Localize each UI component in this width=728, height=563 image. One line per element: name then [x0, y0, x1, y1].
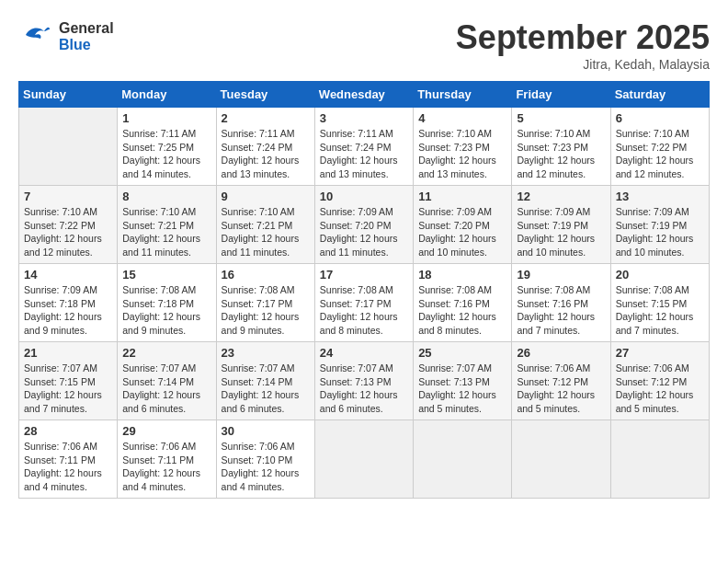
day-number: 18	[418, 268, 506, 282]
day-info: Sunrise: 7:10 AMSunset: 7:23 PMDaylight:…	[517, 127, 605, 181]
day-cell	[512, 420, 610, 499]
week-row-3: 14Sunrise: 7:09 AMSunset: 7:18 PMDayligh…	[19, 264, 710, 342]
day-number: 28	[24, 424, 112, 438]
column-header-saturday: Saturday	[610, 82, 709, 108]
day-cell: 16Sunrise: 7:08 AMSunset: 7:17 PMDayligh…	[216, 264, 314, 342]
day-info: Sunrise: 7:09 AMSunset: 7:18 PMDaylight:…	[24, 283, 112, 338]
day-info: Sunrise: 7:06 AMSunset: 7:10 PMDaylight:…	[222, 440, 310, 494]
day-number: 8	[122, 190, 210, 203]
day-cell: 25Sunrise: 7:07 AMSunset: 7:13 PMDayligh…	[414, 342, 512, 420]
day-cell: 12Sunrise: 7:09 AMSunset: 7:19 PMDayligh…	[512, 186, 610, 264]
day-number: 23	[222, 346, 310, 360]
day-cell: 20Sunrise: 7:08 AMSunset: 7:15 PMDayligh…	[610, 264, 709, 342]
day-number: 2	[222, 111, 310, 125]
column-header-sunday: Sunday	[19, 82, 118, 108]
day-number: 9	[222, 190, 310, 203]
day-cell: 4Sunrise: 7:10 AMSunset: 7:23 PMDaylight…	[414, 108, 512, 186]
day-number: 13	[616, 190, 704, 203]
day-number: 21	[24, 346, 112, 360]
day-info: Sunrise: 7:09 AMSunset: 7:19 PMDaylight:…	[616, 205, 704, 259]
day-info: Sunrise: 7:10 AMSunset: 7:21 PMDaylight:…	[222, 205, 310, 259]
day-number: 29	[122, 424, 210, 438]
day-info: Sunrise: 7:06 AMSunset: 7:12 PMDaylight:…	[517, 362, 605, 416]
day-number: 20	[616, 268, 704, 282]
title-block: September 2025 Jitra, Kedah, Malaysia	[456, 18, 710, 72]
calendar-body: 1Sunrise: 7:11 AMSunset: 7:25 PMDaylight…	[19, 108, 710, 499]
day-info: Sunrise: 7:08 AMSunset: 7:16 PMDaylight:…	[418, 283, 506, 338]
day-number: 15	[122, 268, 210, 282]
day-info: Sunrise: 7:07 AMSunset: 7:14 PMDaylight:…	[122, 362, 210, 416]
day-cell	[610, 420, 709, 499]
day-info: Sunrise: 7:11 AMSunset: 7:25 PMDaylight:…	[122, 127, 210, 181]
day-cell: 22Sunrise: 7:07 AMSunset: 7:14 PMDayligh…	[118, 342, 216, 420]
day-info: Sunrise: 7:11 AMSunset: 7:24 PMDaylight:…	[222, 127, 310, 181]
day-info: Sunrise: 7:09 AMSunset: 7:20 PMDaylight:…	[418, 205, 506, 259]
calendar-header: SundayMondayTuesdayWednesdayThursdayFrid…	[19, 82, 710, 108]
day-info: Sunrise: 7:08 AMSunset: 7:17 PMDaylight:…	[320, 283, 408, 338]
day-number: 17	[320, 268, 408, 282]
day-info: Sunrise: 7:07 AMSunset: 7:14 PMDaylight:…	[222, 362, 310, 416]
day-cell: 1Sunrise: 7:11 AMSunset: 7:25 PMDaylight…	[118, 108, 216, 186]
day-cell: 11Sunrise: 7:09 AMSunset: 7:20 PMDayligh…	[414, 186, 512, 264]
day-cell	[314, 420, 413, 499]
week-row-4: 21Sunrise: 7:07 AMSunset: 7:15 PMDayligh…	[19, 342, 710, 420]
day-number: 30	[222, 424, 310, 438]
day-number: 19	[517, 268, 605, 282]
day-info: Sunrise: 7:10 AMSunset: 7:22 PMDaylight:…	[24, 205, 112, 259]
day-info: Sunrise: 7:07 AMSunset: 7:15 PMDaylight:…	[24, 362, 112, 416]
day-cell: 28Sunrise: 7:06 AMSunset: 7:11 PMDayligh…	[19, 420, 118, 499]
day-number: 12	[517, 190, 605, 203]
day-cell: 30Sunrise: 7:06 AMSunset: 7:10 PMDayligh…	[216, 420, 314, 499]
calendar-table: SundayMondayTuesdayWednesdayThursdayFrid…	[18, 81, 710, 499]
day-number: 11	[418, 190, 506, 203]
day-info: Sunrise: 7:08 AMSunset: 7:17 PMDaylight:…	[222, 283, 310, 338]
day-cell: 9Sunrise: 7:10 AMSunset: 7:21 PMDaylight…	[216, 186, 314, 264]
day-cell: 13Sunrise: 7:09 AMSunset: 7:19 PMDayligh…	[610, 186, 709, 264]
logo-text: General Blue	[59, 20, 114, 53]
column-header-monday: Monday	[118, 82, 216, 108]
day-cell: 14Sunrise: 7:09 AMSunset: 7:18 PMDayligh…	[19, 264, 118, 342]
day-cell: 24Sunrise: 7:07 AMSunset: 7:13 PMDayligh…	[314, 342, 413, 420]
logo: General Blue	[18, 18, 114, 55]
day-info: Sunrise: 7:09 AMSunset: 7:20 PMDaylight:…	[320, 205, 408, 259]
day-info: Sunrise: 7:10 AMSunset: 7:22 PMDaylight:…	[616, 127, 704, 181]
day-info: Sunrise: 7:11 AMSunset: 7:24 PMDaylight:…	[320, 127, 408, 181]
day-info: Sunrise: 7:08 AMSunset: 7:16 PMDaylight:…	[517, 283, 605, 338]
day-cell: 6Sunrise: 7:10 AMSunset: 7:22 PMDaylight…	[610, 108, 709, 186]
day-number: 24	[320, 346, 408, 360]
day-cell: 19Sunrise: 7:08 AMSunset: 7:16 PMDayligh…	[512, 264, 610, 342]
day-cell: 3Sunrise: 7:11 AMSunset: 7:24 PMDaylight…	[314, 108, 413, 186]
day-info: Sunrise: 7:10 AMSunset: 7:21 PMDaylight:…	[122, 205, 210, 259]
day-info: Sunrise: 7:10 AMSunset: 7:23 PMDaylight:…	[418, 127, 506, 181]
day-number: 6	[616, 111, 704, 125]
day-number: 25	[418, 346, 506, 360]
day-cell	[414, 420, 512, 499]
column-header-tuesday: Tuesday	[216, 82, 314, 108]
day-cell: 21Sunrise: 7:07 AMSunset: 7:15 PMDayligh…	[19, 342, 118, 420]
day-info: Sunrise: 7:07 AMSunset: 7:13 PMDaylight:…	[320, 362, 408, 416]
day-cell: 17Sunrise: 7:08 AMSunset: 7:17 PMDayligh…	[314, 264, 413, 342]
day-info: Sunrise: 7:06 AMSunset: 7:12 PMDaylight:…	[616, 362, 704, 416]
day-number: 26	[517, 346, 605, 360]
day-number: 3	[320, 111, 408, 125]
day-number: 1	[122, 111, 210, 125]
day-info: Sunrise: 7:08 AMSunset: 7:18 PMDaylight:…	[122, 283, 210, 338]
day-cell: 23Sunrise: 7:07 AMSunset: 7:14 PMDayligh…	[216, 342, 314, 420]
day-cell	[19, 108, 118, 186]
day-info: Sunrise: 7:07 AMSunset: 7:13 PMDaylight:…	[418, 362, 506, 416]
day-cell: 7Sunrise: 7:10 AMSunset: 7:22 PMDaylight…	[19, 186, 118, 264]
day-cell: 18Sunrise: 7:08 AMSunset: 7:16 PMDayligh…	[414, 264, 512, 342]
day-number: 27	[616, 346, 704, 360]
day-number: 10	[320, 190, 408, 203]
header-row: SundayMondayTuesdayWednesdayThursdayFrid…	[19, 82, 710, 108]
column-header-wednesday: Wednesday	[314, 82, 413, 108]
week-row-5: 28Sunrise: 7:06 AMSunset: 7:11 PMDayligh…	[19, 420, 710, 499]
column-header-thursday: Thursday	[414, 82, 512, 108]
logo-bird-icon	[18, 18, 51, 55]
day-cell: 27Sunrise: 7:06 AMSunset: 7:12 PMDayligh…	[610, 342, 709, 420]
day-number: 7	[24, 190, 112, 203]
day-cell: 26Sunrise: 7:06 AMSunset: 7:12 PMDayligh…	[512, 342, 610, 420]
day-cell: 8Sunrise: 7:10 AMSunset: 7:21 PMDaylight…	[118, 186, 216, 264]
day-number: 22	[122, 346, 210, 360]
week-row-1: 1Sunrise: 7:11 AMSunset: 7:25 PMDaylight…	[19, 108, 710, 186]
